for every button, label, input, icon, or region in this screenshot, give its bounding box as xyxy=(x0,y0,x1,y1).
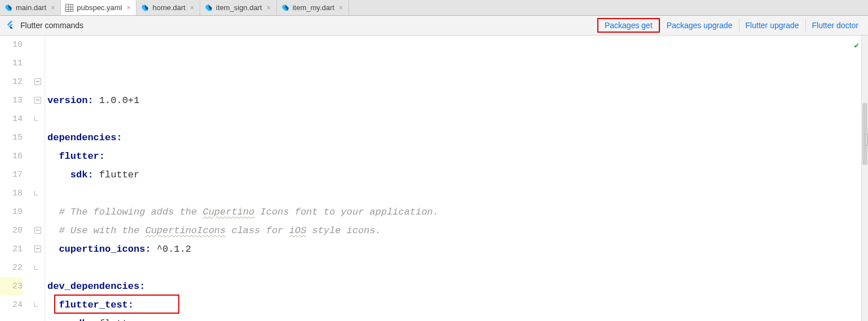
code-line[interactable]: sdk: flutter xyxy=(47,166,861,184)
code-line[interactable] xyxy=(47,184,861,203)
close-icon[interactable]: × xyxy=(339,4,343,12)
tab-home-dart[interactable]: home.dart× xyxy=(136,0,200,15)
dart-file-icon xyxy=(281,4,289,12)
code-line[interactable]: version: 1.0.0+1 xyxy=(47,91,861,110)
yaml-file-icon xyxy=(65,4,73,12)
dart-file-icon xyxy=(205,4,213,12)
packages-get-link[interactable]: Packages get xyxy=(598,19,659,32)
line-number: 17 xyxy=(0,166,23,184)
code-line[interactable]: sdk: flutter xyxy=(47,314,861,321)
tab-label: item_sign.dart xyxy=(216,3,262,12)
flutter-upgrade-link[interactable]: Flutter upgrade xyxy=(739,19,805,32)
analysis-ok-icon: ✔ xyxy=(854,37,859,55)
line-number: 23 xyxy=(0,277,23,296)
tab-label: home.dart xyxy=(152,3,186,12)
packages-get-highlight: Packages get xyxy=(597,18,660,33)
flutter-doctor-link[interactable]: Flutter doctor xyxy=(805,19,865,32)
tab-bar: main.dart×pubspec.yaml×home.dart×item_si… xyxy=(0,0,868,16)
line-number: 22 xyxy=(0,258,23,277)
tab-label: item_my.dart xyxy=(293,3,334,12)
line-number: 10 xyxy=(0,35,23,54)
tab-bar-empty xyxy=(349,0,868,15)
code-line[interactable]: flutter_test: xyxy=(47,296,861,314)
line-number: 16 xyxy=(0,147,23,166)
fold-toggle-icon[interactable] xyxy=(34,246,41,252)
flutter-logo-icon xyxy=(6,20,15,32)
code-line[interactable] xyxy=(47,110,861,128)
fold-gutter[interactable] xyxy=(33,35,45,321)
code-line[interactable]: cupertino_icons: ^0.1.2 xyxy=(47,240,861,258)
fold-toggle-icon[interactable] xyxy=(34,227,41,234)
code-line[interactable] xyxy=(47,258,861,277)
tab-main-dart[interactable]: main.dart× xyxy=(0,0,61,15)
fold-toggle-icon[interactable] xyxy=(34,97,41,104)
tab-label: pubspec.yaml xyxy=(77,3,122,12)
tab-item_sign-dart[interactable]: item_sign.dart× xyxy=(200,0,277,15)
fold-end-icon xyxy=(34,117,38,121)
editor-scrollbar[interactable] xyxy=(861,35,868,321)
code-editor[interactable]: 101112131415161718192021222324 ✔ version… xyxy=(0,35,868,321)
packages-upgrade-link[interactable]: Packages upgrade xyxy=(660,19,739,32)
fold-toggle-icon[interactable] xyxy=(34,78,41,85)
line-number: 14 xyxy=(0,110,23,128)
close-icon[interactable]: × xyxy=(51,4,55,12)
tab-item_my-dart[interactable]: item_my.dart× xyxy=(277,0,349,15)
line-number: 11 xyxy=(0,54,23,73)
code-line[interactable]: # Use with the CupertinoIcons class for … xyxy=(47,221,861,240)
line-number: 24 xyxy=(0,296,23,314)
flutter-commands-links: Packages get Packages upgrade Flutter up… xyxy=(597,16,865,35)
line-number: 12 xyxy=(0,73,23,91)
flutter-commands-bar: Flutter commands Packages get Packages u… xyxy=(0,16,868,35)
line-number: 20 xyxy=(0,221,23,240)
line-number: 15 xyxy=(0,128,23,147)
dart-file-icon xyxy=(141,4,149,12)
line-number: 21 xyxy=(0,240,23,258)
fold-end-icon xyxy=(34,265,38,270)
line-number-gutter: 101112131415161718192021222324 xyxy=(0,35,33,321)
fold-end-icon xyxy=(34,302,38,307)
dart-file-icon xyxy=(5,4,12,12)
flutter-commands-title: Flutter commands xyxy=(20,21,83,30)
line-number: 18 xyxy=(0,184,23,203)
code-area[interactable]: ✔ version: 1.0.0+1dependencies: flutter:… xyxy=(45,35,861,321)
tab-label: main.dart xyxy=(16,3,46,12)
code-line[interactable]: dev_dependencies: xyxy=(47,277,861,296)
close-icon[interactable]: × xyxy=(126,4,130,12)
gutter-drag-handle[interactable] xyxy=(865,133,868,146)
line-number: 13 xyxy=(0,91,23,110)
code-line[interactable]: # The following adds the Cupertino Icons… xyxy=(47,203,861,221)
code-line[interactable]: flutter: xyxy=(47,147,861,166)
fold-end-icon xyxy=(34,191,38,195)
line-number: 19 xyxy=(0,203,23,221)
code-line[interactable]: dependencies: xyxy=(47,128,861,147)
close-icon[interactable]: × xyxy=(190,4,194,12)
close-icon[interactable]: × xyxy=(267,4,271,12)
tab-pubspec-yaml[interactable]: pubspec.yaml× xyxy=(61,0,136,15)
